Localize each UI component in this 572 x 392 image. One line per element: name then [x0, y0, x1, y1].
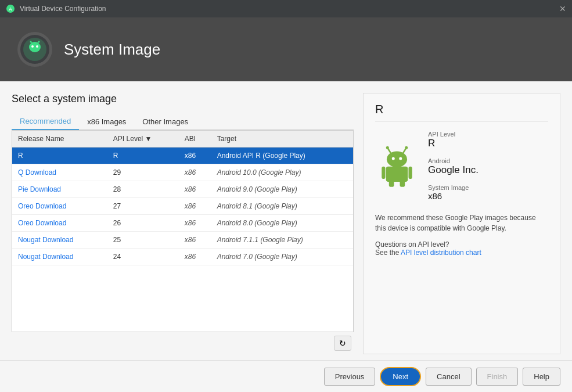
cell-target: Android 8.0 (Google Play)	[211, 215, 353, 232]
header-banner: System Image	[0, 17, 572, 81]
svg-text:A: A	[9, 6, 12, 12]
cell-api: 28	[107, 181, 179, 198]
svg-rect-21	[389, 181, 394, 187]
system-image-label: System Image	[428, 184, 479, 191]
detail-description: We recommend these Google Play images be…	[375, 213, 548, 233]
col-abi: ABI	[179, 131, 211, 148]
cell-api: 26	[107, 215, 179, 232]
section-title: Select a system image	[12, 93, 354, 105]
android-info: Android Google Inc.	[428, 157, 479, 176]
refresh-button[interactable]: ↻	[334, 336, 351, 351]
table-row[interactable]: Pie Download28x86Android 9.0 (Google Pla…	[12, 181, 353, 198]
cell-api: R	[107, 148, 179, 164]
android-value: Google Inc.	[428, 164, 479, 176]
cell-target: Android 9.0 (Google Play)	[211, 181, 353, 198]
android-label: Android	[428, 157, 479, 164]
api-question: Questions on API level? See the API leve…	[375, 240, 548, 257]
next-button[interactable]: Next	[380, 367, 421, 386]
api-distribution-link[interactable]: API level distribution chart	[401, 249, 481, 257]
table-row[interactable]: Oreo Download26x86Android 8.0 (Google Pl…	[12, 215, 353, 232]
col-release-name: Release Name	[12, 131, 107, 148]
window-title: Virtual Device Configuration	[20, 5, 106, 13]
svg-point-10	[38, 41, 40, 43]
app-icon: A	[6, 4, 15, 13]
cell-api: 24	[107, 249, 179, 265]
svg-point-17	[399, 157, 402, 160]
table-row[interactable]: Q Download29x86Android 10.0 (Google Play…	[12, 164, 353, 181]
android-robot-icon	[375, 144, 419, 188]
api-level-value: R	[428, 138, 479, 149]
finish-button[interactable]: Finish	[476, 368, 519, 386]
tab-recommended[interactable]: Recommended	[12, 113, 79, 130]
table-row[interactable]: Oreo Download27x86Android 8.1 (Google Pl…	[12, 198, 353, 215]
svg-rect-18	[386, 167, 408, 182]
svg-point-6	[36, 45, 38, 48]
detail-info-block: API Level R Android Google Inc. System I…	[428, 131, 479, 201]
main-content: Select a system image Recommended x86 Im…	[0, 81, 572, 360]
cell-target: Android 8.1 (Google Play)	[211, 198, 353, 215]
table-row[interactable]: RRx86Android API R (Google Play)	[12, 148, 353, 164]
tab-bar: Recommended x86 Images Other Images	[12, 113, 354, 130]
svg-point-13	[386, 146, 389, 149]
cell-release: Oreo Download	[12, 215, 107, 232]
cell-api: 29	[107, 164, 179, 181]
cell-target: Android API R (Google Play)	[211, 148, 353, 164]
cell-abi: x86	[179, 148, 211, 164]
cell-abi: x86	[179, 232, 211, 249]
tab-x86-images[interactable]: x86 Images	[79, 113, 134, 130]
bottom-bar: Previous Next Cancel Finish Help	[0, 360, 572, 392]
cell-target: Android 7.1.1 (Google Play)	[211, 232, 353, 249]
title-bar: A Virtual Device Configuration ✕	[0, 0, 572, 17]
table-header-row: Release Name API Level ▼ ABI Target	[12, 131, 353, 148]
svg-point-4	[29, 42, 41, 52]
tab-other-images[interactable]: Other Images	[134, 113, 196, 130]
detail-title: R	[375, 103, 548, 121]
system-image-info: System Image x86	[428, 184, 479, 201]
cell-api: 27	[107, 198, 179, 215]
svg-point-16	[392, 157, 395, 160]
title-bar-left: A Virtual Device Configuration	[6, 4, 106, 13]
svg-rect-20	[409, 167, 412, 179]
cell-target: Android 10.0 (Google Play)	[211, 164, 353, 181]
api-level-info: API Level R	[428, 131, 479, 149]
cell-release: Pie Download	[12, 181, 107, 198]
api-level-label: API Level	[428, 131, 479, 138]
cell-release: Nougat Download	[12, 249, 107, 265]
cell-release: Nougat Download	[12, 232, 107, 249]
svg-point-14	[405, 146, 408, 149]
cell-release: Q Download	[12, 164, 107, 181]
cell-api: 25	[107, 232, 179, 249]
detail-panel: R	[363, 93, 560, 354]
cell-release: R	[12, 148, 107, 164]
close-button[interactable]: ✕	[559, 4, 566, 13]
system-image-value: x86	[428, 191, 479, 201]
table-row[interactable]: Nougat Download24x86Android 7.0 (Google …	[12, 249, 353, 265]
table-row[interactable]: Nougat Download25x86Android 7.1.1 (Googl…	[12, 232, 353, 249]
android-studio-logo	[20, 34, 50, 64]
cell-abi: x86	[179, 249, 211, 265]
col-target: Target	[211, 131, 353, 148]
header-logo	[17, 32, 52, 67]
svg-point-5	[31, 45, 34, 48]
cancel-button[interactable]: Cancel	[426, 368, 471, 386]
help-button[interactable]: Help	[523, 368, 560, 386]
table-footer: ↻	[12, 332, 354, 354]
cell-abi: x86	[179, 181, 211, 198]
cell-abi: x86	[179, 215, 211, 232]
api-question-text: Questions on API level?	[375, 240, 449, 249]
cell-abi: x86	[179, 164, 211, 181]
svg-point-15	[387, 152, 407, 168]
previous-button[interactable]: Previous	[324, 368, 376, 386]
cell-release: Oreo Download	[12, 198, 107, 215]
svg-rect-19	[382, 167, 385, 179]
system-image-table: Release Name API Level ▼ ABI Target RRx8…	[12, 130, 354, 332]
svg-rect-22	[400, 181, 405, 187]
col-api-level[interactable]: API Level ▼	[107, 131, 179, 148]
left-panel: Select a system image Recommended x86 Im…	[12, 93, 354, 354]
header-title: System Image	[64, 41, 160, 59]
cell-target: Android 7.0 (Google Play)	[211, 249, 353, 265]
svg-point-9	[30, 41, 32, 43]
see-label: See the	[375, 249, 399, 257]
android-logo-area: API Level R Android Google Inc. System I…	[375, 131, 548, 201]
cell-abi: x86	[179, 198, 211, 215]
